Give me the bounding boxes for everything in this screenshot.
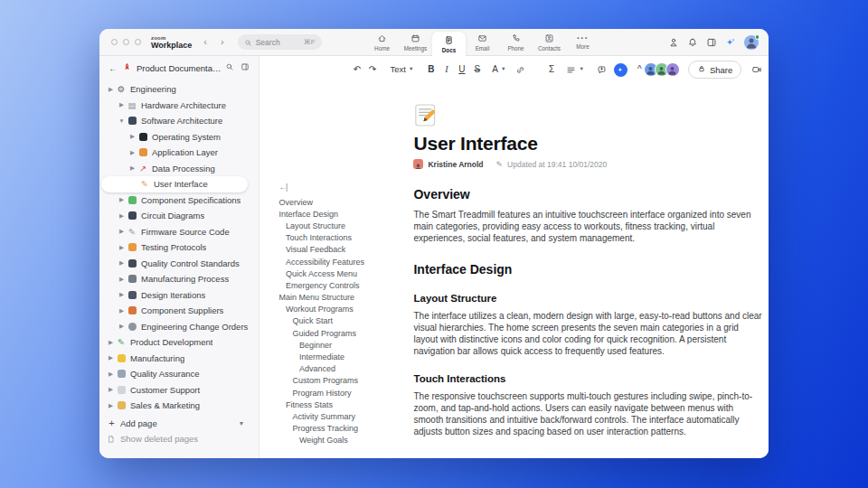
tab-contacts[interactable]: Contacts (533, 29, 566, 56)
close-window-button[interactable] (111, 39, 118, 45)
outline-item-quick-start[interactable]: Quick Start (269, 315, 406, 327)
doc-title[interactable]: User Interface (413, 133, 764, 154)
add-page-button[interactable]: + Add page ▼ (99, 416, 259, 432)
text-style-dropdown[interactable]: Text▼ (388, 61, 415, 79)
outline-item-weight-goals[interactable]: Weight Goals (269, 435, 406, 446)
sidebar-item-quality-assurance[interactable]: ▶Quality Assurance (99, 366, 259, 382)
chevron-right-icon[interactable]: ▶ (118, 260, 126, 267)
outline-item-workout-programs[interactable]: Workout Programs (269, 304, 406, 315)
sidebar-item-operating-system[interactable]: ▶Operating System (99, 129, 259, 145)
underline-button[interactable]: U (454, 61, 469, 79)
collaborator-avatar-3[interactable] (665, 62, 680, 77)
workspace-title[interactable]: Product Documenta… (137, 63, 221, 73)
outline-item-visual-feedback[interactable]: Visual Feedback (269, 244, 406, 256)
ai-companion-button[interactable] (609, 61, 632, 79)
tab-email[interactable]: Email (466, 29, 499, 56)
history-forward-button[interactable]: › (221, 37, 224, 47)
side-panel-icon[interactable] (706, 37, 717, 48)
chevron-right-icon[interactable]: ▶ (128, 165, 137, 172)
minimize-window-button[interactable] (123, 39, 129, 45)
history-back-button[interactable]: ‹ (203, 37, 207, 47)
sidebar-item-firmware-source-code[interactable]: ▶✎Firmware Source Code (99, 224, 259, 240)
sidebar-item-engineering-change-orders[interactable]: ▶Engineering Change Orders (99, 319, 259, 335)
user-avatar[interactable] (744, 35, 759, 50)
sidebar-item-component-suppliers[interactable]: ▶Component Suppliers (99, 303, 259, 319)
contact-badge-icon[interactable] (668, 37, 679, 48)
tab-meetings[interactable]: Meetings (399, 29, 432, 56)
outline-item-overview[interactable]: Overview (269, 196, 406, 208)
chevron-right-icon[interactable]: ▶ (107, 355, 115, 361)
outline-item-advanced[interactable]: Advanced (269, 363, 406, 375)
outline-item-main-menu-structure[interactable]: Main Menu Structure (269, 292, 406, 304)
sidebar-item-user-interface[interactable]: ✎User Interface (101, 176, 248, 192)
ai-companion-icon[interactable] (725, 37, 736, 48)
maximize-window-button[interactable] (135, 39, 141, 45)
chevron-right-icon[interactable]: ▶ (128, 134, 137, 140)
chevron-right-icon[interactable]: ▶ (118, 213, 126, 220)
outline-item-program-history[interactable]: Program History (269, 387, 406, 399)
outline-item-progress-tracking[interactable]: Progress Tracking (269, 423, 406, 435)
tab-home[interactable]: Home (365, 29, 399, 56)
sidebar-item-manufacturing-process[interactable]: ▶Manufacturing Process (99, 271, 259, 287)
code-block-button[interactable] (528, 61, 543, 79)
outline-item-custom-programs[interactable]: Custom Programs (269, 375, 406, 387)
chevron-right-icon[interactable]: ▶ (118, 245, 126, 251)
outline-item-activity-summary[interactable]: Activity Summary (269, 410, 406, 422)
sidebar-item-data-processing[interactable]: ▶↗Data Processing (99, 161, 259, 177)
tab-docs[interactable]: Docs (432, 32, 466, 56)
chevron-right-icon[interactable]: ▶ (107, 387, 115, 393)
sidebar-item-customer-support[interactable]: ▶Customer Support (99, 382, 259, 399)
sidebar-item-manufacturing[interactable]: ▶Manufacturing (99, 351, 259, 367)
tab-phone[interactable]: Phone (499, 29, 533, 56)
chevron-right-icon[interactable]: ▶ (118, 308, 126, 314)
outline-item-interface-design[interactable]: Interface Design (269, 208, 406, 220)
chevron-right-icon[interactable]: ▶ (128, 150, 137, 156)
notifications-bell-icon[interactable] (687, 37, 698, 48)
chevron-right-icon[interactable]: ▶ (118, 277, 126, 283)
outline-item-touch-interactions[interactable]: Touch Interactions (269, 232, 406, 244)
outline-item-fitness-stats[interactable]: Fitness Stats (269, 399, 406, 410)
strikethrough-button[interactable]: S (469, 61, 485, 79)
redo-button[interactable]: ↷ (364, 61, 380, 79)
chevron-right-icon[interactable]: ▶ (118, 324, 126, 330)
sidebar-item-product-development[interactable]: ▶✎Product Development (99, 334, 259, 351)
sidebar-item-engineering[interactable]: ▶⚙Engineering (99, 81, 259, 98)
outline-item-emergency-controls[interactable]: Emergency Controls (269, 279, 406, 291)
chevron-down-icon[interactable]: ▼ (118, 118, 126, 125)
outline-item-intermediate[interactable]: Intermediate (269, 351, 406, 362)
undo-button[interactable]: ↶ (349, 61, 364, 79)
global-search-input[interactable]: Search ⌘F (238, 34, 322, 50)
text-color-button[interactable]: A▼ (490, 61, 507, 79)
chevron-right-icon[interactable]: ▶ (107, 403, 115, 409)
bold-button[interactable]: B (423, 61, 439, 79)
sidebar-item-circuit-diagrams[interactable]: ▶Circuit Diagrams (99, 208, 259, 224)
chevron-right-icon[interactable]: ▶ (118, 197, 126, 203)
sidebar-item-hardware-architecture[interactable]: ▶▤Hardware Architecture (99, 98, 259, 114)
equation-button[interactable]: Σ (543, 61, 559, 79)
chevron-right-icon[interactable]: ▶ (107, 340, 115, 346)
sidebar-item-software-architecture[interactable]: ▼Software Architecture (99, 113, 259, 129)
outline-item-accessibility-features[interactable]: Accessibility Features (269, 256, 406, 267)
sidebar-item-design-iterations[interactable]: ▶Design Iterations (99, 287, 259, 304)
sidebar-item-testing-protocols[interactable]: ▶Testing Protocols (99, 239, 259, 256)
author-name[interactable]: Kristine Arnold (428, 160, 483, 169)
sidebar-item-component-specifications[interactable]: ▶Component Specifications (99, 192, 259, 209)
italic-button[interactable]: I (439, 61, 454, 79)
chevron-down-icon[interactable]: ▼ (239, 420, 245, 427)
chevron-right-icon[interactable]: ▶ (107, 371, 115, 378)
video-camera-button[interactable] (751, 64, 762, 75)
sidebar-collapse-icon[interactable] (241, 62, 250, 73)
chevron-right-icon[interactable]: ▶ (118, 229, 126, 235)
list-format-button[interactable]: ▼ (564, 61, 585, 79)
collapse-outline-icon[interactable]: ←| (278, 183, 406, 192)
outline-item-quick-access-menu[interactable]: Quick Access Menu (269, 267, 406, 279)
outline-item-layout-structure[interactable]: Layout Structure (269, 220, 406, 231)
sidebar-item-sales-marketing[interactable]: ▶Sales & Marketing (99, 398, 259, 414)
sidebar-item-quality-control-standards[interactable]: ▶Quality Control Standards (99, 256, 259, 272)
comment-button[interactable] (594, 61, 609, 79)
tab-more[interactable]: ···More (566, 29, 599, 56)
outline-item-beginner[interactable]: Beginner (269, 339, 406, 351)
sidebar-search-icon[interactable] (225, 62, 234, 73)
chevron-right-icon[interactable]: ▶ (107, 87, 115, 93)
chevron-right-icon[interactable]: ▶ (118, 292, 126, 298)
